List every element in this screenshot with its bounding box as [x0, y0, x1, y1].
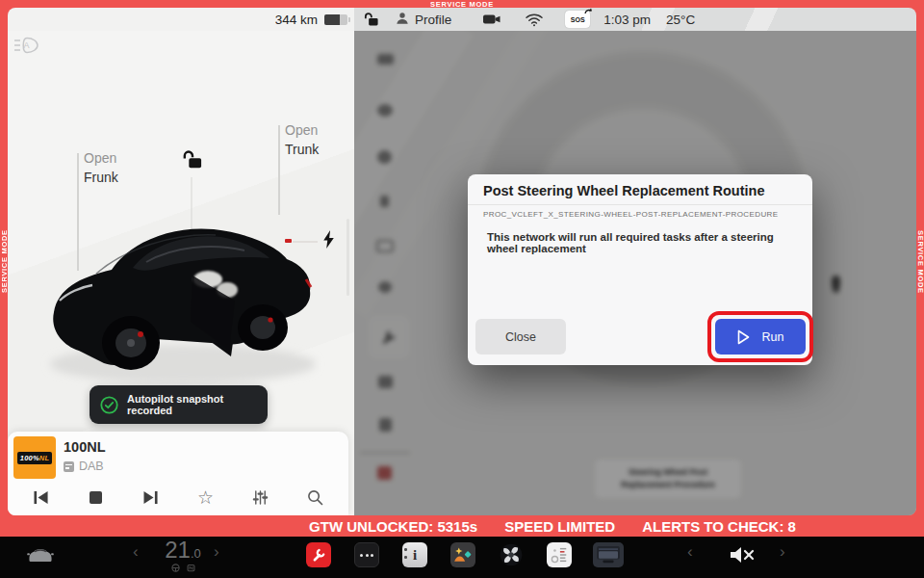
owners-manual-app-icon[interactable]: i [402, 542, 427, 567]
toast-check-icon [100, 396, 118, 414]
close-button[interactable]: Close [475, 319, 566, 355]
media-controls: ☆ [13, 485, 343, 510]
profile-label: Profile [415, 13, 451, 27]
clock: 1:03 pm [603, 13, 651, 27]
temp-decrease-arrow[interactable]: ‹ [133, 542, 139, 562]
autopilot-toast: Autopilot snapshot recorded [90, 385, 268, 424]
wifi-icon[interactable] [525, 13, 544, 27]
media-source: DAB [64, 460, 104, 473]
service-mode-banner-left: SERVICE MODE [0, 8, 8, 515]
procedure-dialog: Post Steering Wheel Replacement Routine … [468, 174, 812, 365]
svg-text:A: A [23, 40, 29, 50]
status-bar-right: Profile SOS 1:03 pm 25°C [354, 8, 916, 31]
previous-track-button[interactable] [27, 485, 56, 510]
volume-right-arrow[interactable]: › [780, 542, 785, 562]
speed-limited-status: SPEED LIMITED [504, 518, 615, 535]
status-bar: 344 km Profile [8, 8, 916, 31]
favorite-star-button[interactable]: ☆ [192, 485, 220, 510]
display-app-icon[interactable] [593, 542, 624, 567]
dialog-divider [468, 204, 812, 205]
station-artwork[interactable]: 100%NL [13, 436, 56, 479]
dialog-description: This network will run all required tasks… [487, 231, 799, 254]
radio-tuner-app-icon[interactable] [547, 542, 572, 567]
range-value: 344 km [275, 13, 318, 27]
service-mode-screen: SERVICE MODE SERVICE MODE SERVICE MODE 3… [0, 0, 924, 578]
status-bar-left: 344 km [8, 8, 354, 31]
procedure-id: PROC_VCLEFT_X_STEERING-WHEEL-POST-REPLAC… [483, 210, 779, 219]
alerts-to-check-status: ALERTS TO CHECK: 8 [642, 518, 796, 535]
sos-arrow-icon [584, 8, 593, 16]
outside-temperature[interactable]: 25°C [666, 13, 695, 27]
climate-fan-app-icon[interactable] [499, 542, 524, 567]
next-track-button[interactable] [137, 485, 166, 510]
vehicle-panel: A Open Frunk Open Trunk [8, 31, 354, 515]
taskbar: ‹ 21.0 › i ‹ › [0, 537, 924, 578]
vehicle-controls-icon[interactable] [25, 544, 56, 569]
heated-steering-icon [171, 564, 180, 572]
seat-heater-icon [187, 564, 195, 572]
panel-scrollbar[interactable] [346, 219, 349, 296]
service-mode-banner-right: SERVICE MODE [916, 8, 924, 515]
stop-button[interactable] [82, 485, 111, 510]
equalizer-button[interactable] [246, 485, 275, 510]
more-apps-icon[interactable] [354, 542, 379, 567]
play-icon [737, 329, 750, 345]
temp-increase-arrow[interactable]: › [214, 542, 219, 562]
sos-button[interactable]: SOS [565, 11, 590, 28]
media-search-button[interactable] [301, 485, 330, 510]
profile-icon [395, 11, 410, 29]
cabin-temperature[interactable]: 21.0 [152, 537, 214, 564]
battery-icon [324, 14, 347, 25]
volume-left-arrow[interactable]: ‹ [687, 542, 693, 562]
gtw-unlocked-status: GTW UNLOCKED: 5315s [309, 518, 477, 535]
service-alert-banner: GTW UNLOCKED: 5315s SPEED LIMITED ALERTS… [0, 515, 924, 537]
vehicle-3d-view [38, 166, 327, 396]
service-wrench-app-icon[interactable] [306, 542, 331, 567]
open-trunk-button[interactable]: Open Trunk [285, 121, 319, 160]
toast-text: Autopilot snapshot recorded [127, 393, 268, 416]
dialog-title: Post Steering Wheel Replacement Routine [483, 183, 764, 198]
run-button[interactable]: Run [715, 319, 806, 355]
unlocked-lock-icon[interactable] [363, 12, 379, 27]
auto-headlight-icon[interactable]: A [13, 34, 46, 61]
dashcam-icon[interactable] [482, 13, 501, 26]
volume-muted-icon[interactable] [728, 544, 757, 569]
profile-menu[interactable]: Profile [395, 11, 451, 29]
climate-mini-indicators [152, 564, 214, 572]
station-name: 100NL [64, 439, 106, 455]
sos-label: SOS [571, 16, 585, 23]
media-player: 100%NL 100NL DAB [8, 432, 348, 515]
dab-icon [64, 461, 74, 472]
toybox-app-icon[interactable] [450, 542, 475, 567]
